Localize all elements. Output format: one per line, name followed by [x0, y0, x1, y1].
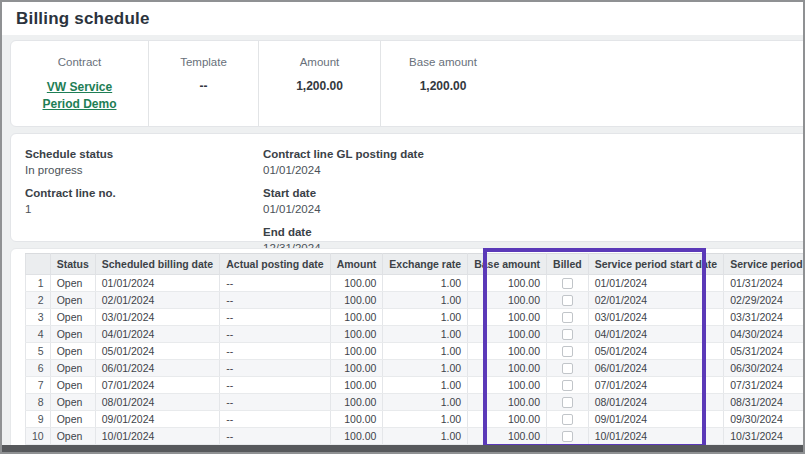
cell-actual: -- — [220, 343, 330, 360]
cell-base_amount: 100.00 — [468, 377, 547, 394]
cell-service_start: 10/01/2024 — [588, 428, 724, 445]
cell-service_start: 07/01/2024 — [588, 377, 724, 394]
column-header-base_amount: Base amount — [468, 254, 547, 275]
summary-col-template: Template -- — [149, 41, 259, 126]
cell-base_amount: 100.00 — [468, 275, 547, 292]
table-header-row: StatusScheduled billing dateActual posti… — [26, 254, 805, 275]
cell-base_amount: 100.00 — [468, 292, 547, 309]
cell-service_start: 08/01/2024 — [588, 394, 724, 411]
contract-line-no-label: Contract line no. — [25, 186, 116, 201]
cell-billed — [547, 411, 589, 428]
cell-service_start: 09/01/2024 — [588, 411, 724, 428]
cell-actual: -- — [220, 411, 330, 428]
cell-billed — [547, 292, 589, 309]
billed-checkbox[interactable] — [562, 363, 573, 374]
cell-service_end: 01/31/2024 — [724, 275, 805, 292]
billed-checkbox[interactable] — [562, 397, 573, 408]
cell-billed — [547, 309, 589, 326]
cell-service_start: 06/01/2024 — [588, 360, 724, 377]
cell-billed — [547, 275, 589, 292]
schedule-status-value: In progress — [25, 162, 116, 178]
cell-exchange_rate: 1.00 — [383, 377, 468, 394]
cell-base_amount: 100.00 — [468, 428, 547, 445]
gl-posting-date-field: Contract line GL posting date 01/01/2024 — [263, 147, 424, 178]
details-right-column: Contract line GL posting date 01/01/2024… — [263, 147, 424, 264]
cell-billed — [547, 343, 589, 360]
cell-status: Open — [50, 360, 95, 377]
cell-amount: 100.00 — [330, 309, 383, 326]
cell-scheduled: 02/01/2024 — [95, 292, 219, 309]
column-header-exchange_rate: Exchange rate — [383, 254, 468, 275]
column-header-status: Status — [50, 254, 95, 275]
cell-num: 7 — [26, 377, 51, 394]
contract-line-no-field: Contract line no. 1 — [25, 186, 116, 217]
column-header-scheduled: Scheduled billing date — [95, 254, 219, 275]
cell-base_amount: 100.00 — [468, 360, 547, 377]
cell-service_end: 03/31/2024 — [724, 309, 805, 326]
cell-status: Open — [50, 309, 95, 326]
cell-base_amount: 100.00 — [468, 411, 547, 428]
template-label: Template — [149, 56, 258, 68]
billed-checkbox[interactable] — [562, 380, 573, 391]
cell-scheduled: 08/01/2024 — [95, 394, 219, 411]
cell-billed — [547, 360, 589, 377]
details-left-column: Schedule status In progress Contract lin… — [25, 147, 116, 225]
start-date-label: Start date — [263, 186, 424, 201]
cell-amount: 100.00 — [330, 343, 383, 360]
cell-num: 6 — [26, 360, 51, 377]
cell-exchange_rate: 1.00 — [383, 292, 468, 309]
start-date-value: 01/01/2024 — [263, 201, 424, 217]
billed-checkbox[interactable] — [562, 346, 573, 357]
billed-checkbox[interactable] — [562, 312, 573, 323]
billed-checkbox[interactable] — [562, 329, 573, 340]
contract-link[interactable]: VW Service Period Demo — [37, 79, 123, 113]
billed-checkbox[interactable] — [562, 431, 573, 442]
billed-checkbox[interactable] — [562, 414, 573, 425]
column-header-billed: Billed — [547, 254, 589, 275]
cell-exchange_rate: 1.00 — [383, 360, 468, 377]
cell-billed — [547, 394, 589, 411]
billed-checkbox[interactable] — [562, 295, 573, 306]
cell-actual: -- — [220, 394, 330, 411]
cell-actual: -- — [220, 309, 330, 326]
bottom-scrollbar[interactable] — [2, 445, 803, 452]
cell-actual: -- — [220, 360, 330, 377]
template-value: -- — [149, 79, 258, 93]
cell-num: 5 — [26, 343, 51, 360]
cell-amount: 100.00 — [330, 394, 383, 411]
cell-base_amount: 100.00 — [468, 326, 547, 343]
billed-checkbox[interactable] — [562, 278, 573, 289]
cell-service_start: 03/01/2024 — [588, 309, 724, 326]
schedule-status-label: Schedule status — [25, 147, 116, 162]
cell-status: Open — [50, 394, 95, 411]
cell-status: Open — [50, 292, 95, 309]
table-row: 2Open02/01/2024--100.001.00100.0002/01/2… — [26, 292, 805, 309]
cell-scheduled: 10/01/2024 — [95, 428, 219, 445]
cell-exchange_rate: 1.00 — [383, 326, 468, 343]
cell-amount: 100.00 — [330, 428, 383, 445]
cell-num: 8 — [26, 394, 51, 411]
cell-actual: -- — [220, 275, 330, 292]
cell-scheduled: 03/01/2024 — [95, 309, 219, 326]
cell-service_end: 06/30/2024 — [724, 360, 805, 377]
cell-service_end: 08/31/2024 — [724, 394, 805, 411]
cell-num: 9 — [26, 411, 51, 428]
end-date-label: End date — [263, 225, 424, 240]
cell-status: Open — [50, 343, 95, 360]
cell-scheduled: 07/01/2024 — [95, 377, 219, 394]
billing-schedule-window: Billing schedule Contract VW Service Per… — [0, 0, 805, 454]
cell-status: Open — [50, 428, 95, 445]
cell-exchange_rate: 1.00 — [383, 428, 468, 445]
cell-scheduled: 06/01/2024 — [95, 360, 219, 377]
cell-base_amount: 100.00 — [468, 394, 547, 411]
amount-value: 1,200.00 — [259, 79, 380, 93]
cell-scheduled: 04/01/2024 — [95, 326, 219, 343]
table-row: 8Open08/01/2024--100.001.00100.0008/01/2… — [26, 394, 805, 411]
contract-line-no-value: 1 — [25, 201, 116, 217]
table-row: 1Open01/01/2024--100.001.00100.0001/01/2… — [26, 275, 805, 292]
cell-num: 3 — [26, 309, 51, 326]
cell-amount: 100.00 — [330, 326, 383, 343]
contract-summary-card: Contract VW Service Period Demo Template… — [10, 40, 805, 127]
base-amount-label: Base amount — [381, 56, 505, 68]
cell-amount: 100.00 — [330, 411, 383, 428]
